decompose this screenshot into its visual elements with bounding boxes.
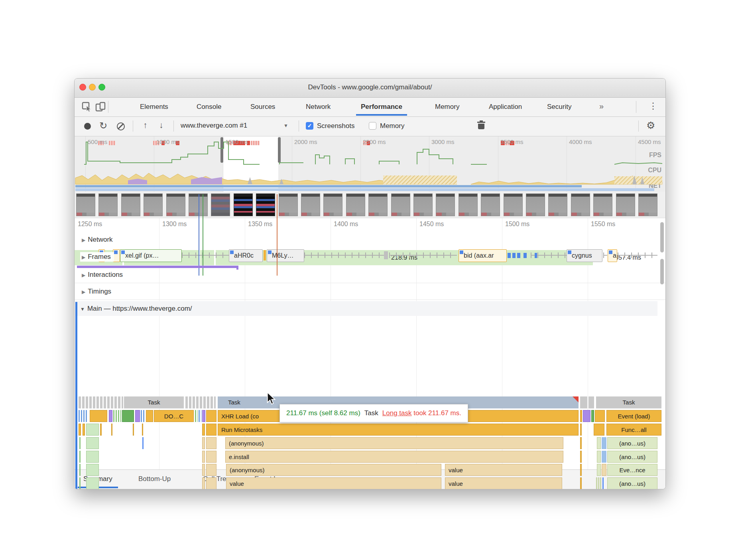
- gear-icon[interactable]: ⚙: [646, 120, 655, 131]
- flame-bar[interactable]: (ano…us): [607, 477, 657, 489]
- network-track[interactable]: ▶Network xel.gif (px…aHR0cM6Ly…bid (aax.…: [75, 233, 657, 249]
- flame-bar[interactable]: Task: [124, 396, 184, 408]
- flame-bar[interactable]: [83, 424, 85, 436]
- flame-bar[interactable]: [86, 477, 99, 489]
- clear-recording-icon[interactable]: [117, 122, 125, 130]
- flame-bar[interactable]: [596, 477, 597, 489]
- main-track-header[interactable]: ▼Main — https://www.theverge.com/: [75, 301, 657, 316]
- tab-application[interactable]: Application: [489, 98, 522, 115]
- network-request[interactable]: aHR0c: [229, 249, 263, 262]
- filmstrip-screenshot[interactable]: [526, 193, 545, 216]
- reload-and-profile-icon[interactable]: ↻: [99, 120, 107, 131]
- memory-checkbox[interactable]: [369, 122, 376, 130]
- flame-bar[interactable]: [591, 410, 594, 422]
- flame-bar[interactable]: [111, 424, 112, 436]
- timeline-overview[interactable]: 500 ms1000 ms1500 ms2000 ms2500 ms3000 m…: [75, 136, 665, 192]
- scrollbar-thumb[interactable]: [660, 222, 664, 252]
- toggle-device-toolbar-icon[interactable]: [95, 102, 106, 112]
- flame-bar[interactable]: [202, 464, 205, 476]
- filmstrip-screenshot[interactable]: [459, 193, 478, 216]
- network-request[interactable]: xel.gif (px…: [120, 249, 182, 262]
- timings-track-label[interactable]: ▶Timings: [80, 287, 114, 296]
- filmstrip-screenshot[interactable]: [234, 193, 253, 216]
- flame-bar[interactable]: [86, 451, 99, 463]
- trash-icon[interactable]: [478, 122, 484, 129]
- window-titlebar[interactable]: DevTools - www.google.com/gmail/about/: [75, 79, 665, 98]
- flame-bar[interactable]: [583, 410, 590, 422]
- disclosure-triangle-icon[interactable]: ▶: [82, 254, 85, 260]
- record-button[interactable]: [84, 123, 91, 130]
- filmstrip-screenshot[interactable]: [301, 193, 320, 216]
- flame-bar[interactable]: [122, 410, 134, 422]
- flame-bar[interactable]: [600, 477, 601, 489]
- filmstrip-screenshot[interactable]: [593, 193, 612, 216]
- flame-bar[interactable]: [86, 464, 99, 476]
- tab-console[interactable]: Console: [197, 98, 221, 115]
- flame-bar[interactable]: DO…C: [154, 410, 194, 422]
- filmstrip-screenshot[interactable]: [413, 193, 433, 216]
- flame-bar[interactable]: [202, 424, 205, 436]
- flame-bar[interactable]: (ano…us): [607, 451, 657, 463]
- filmstrip-screenshot[interactable]: [346, 193, 365, 216]
- flame-bar[interactable]: [602, 464, 606, 476]
- flame-bar[interactable]: [580, 477, 582, 489]
- flame-bar[interactable]: [79, 477, 81, 489]
- tab-network[interactable]: Network: [306, 98, 331, 115]
- frames-track-label[interactable]: ▶Frames: [80, 252, 114, 262]
- flame-bar[interactable]: [602, 437, 606, 449]
- flame-bar[interactable]: [597, 464, 601, 476]
- flame-bar[interactable]: (ano…us): [607, 437, 657, 449]
- network-request[interactable]: a: [608, 249, 617, 262]
- flame-bar[interactable]: [133, 424, 134, 436]
- timeline-detail-area[interactable]: 1250 ms1300 ms1350 ms1400 ms1450 ms1500 …: [75, 218, 665, 470]
- filmstrip-screenshot[interactable]: [211, 193, 230, 216]
- flame-bar[interactable]: value: [445, 464, 562, 476]
- flame-bar[interactable]: e.install: [225, 451, 563, 463]
- network-request[interactable]: bid (aax.ar: [459, 249, 507, 262]
- disclosure-triangle-icon[interactable]: ▼: [80, 306, 85, 312]
- filmstrip-screenshot[interactable]: [548, 193, 567, 216]
- flame-bar[interactable]: [202, 410, 205, 422]
- filmstrip-screenshot[interactable]: [166, 193, 185, 216]
- filmstrip-screenshot[interactable]: [638, 193, 657, 216]
- flame-bar[interactable]: [595, 410, 605, 422]
- flame-bar[interactable]: (anonymous): [225, 437, 563, 449]
- disclosure-triangle-icon[interactable]: ▶: [82, 237, 85, 243]
- inspect-element-icon[interactable]: [82, 102, 92, 112]
- filmstrip-screenshot[interactable]: [368, 193, 388, 216]
- network-track-label[interactable]: ▶Network: [80, 235, 116, 245]
- flame-bar[interactable]: [86, 437, 99, 449]
- filmstrip-screenshot[interactable]: [571, 193, 590, 216]
- flame-bar[interactable]: [580, 396, 587, 408]
- tab-bottom-up[interactable]: Bottom-Up: [138, 470, 171, 487]
- screenshots-label[interactable]: Screenshots: [317, 122, 355, 130]
- filmstrip-screenshot[interactable]: [323, 193, 342, 216]
- filmstrip-screenshot[interactable]: [76, 193, 95, 216]
- flame-bar[interactable]: [185, 396, 216, 408]
- network-request[interactable]: cygnus: [567, 249, 602, 262]
- filmstrip-screenshot[interactable]: [481, 193, 500, 216]
- flame-bar[interactable]: [135, 410, 140, 422]
- flame-bar[interactable]: [79, 410, 88, 422]
- flame-bar[interactable]: [90, 410, 107, 422]
- filmstrip-screenshot[interactable]: [391, 193, 410, 216]
- flame-bar[interactable]: [597, 451, 601, 463]
- flame-bar[interactable]: [588, 396, 594, 408]
- flame-bar[interactable]: [206, 451, 216, 463]
- flame-bar[interactable]: [199, 410, 201, 422]
- disclosure-triangle-icon[interactable]: ▶: [82, 289, 85, 295]
- filmstrip-screenshot[interactable]: [504, 193, 523, 216]
- screenshots-checkbox[interactable]: ✓: [306, 122, 313, 130]
- tab-memory[interactable]: Memory: [435, 98, 459, 115]
- load-profile-icon[interactable]: ↑: [143, 120, 148, 130]
- tab-security[interactable]: Security: [547, 98, 571, 115]
- filmstrip-screenshot[interactable]: [144, 193, 163, 216]
- filmstrip-screenshot[interactable]: [121, 193, 140, 216]
- filmstrip-screenshot[interactable]: [98, 193, 118, 216]
- flame-bar[interactable]: [109, 410, 112, 422]
- scrollbar-thumb[interactable]: [660, 259, 664, 284]
- chevron-down-icon[interactable]: ▼: [283, 123, 288, 128]
- flame-bar[interactable]: [202, 451, 205, 463]
- flame-bar[interactable]: [142, 437, 144, 449]
- flame-bar[interactable]: [79, 396, 123, 408]
